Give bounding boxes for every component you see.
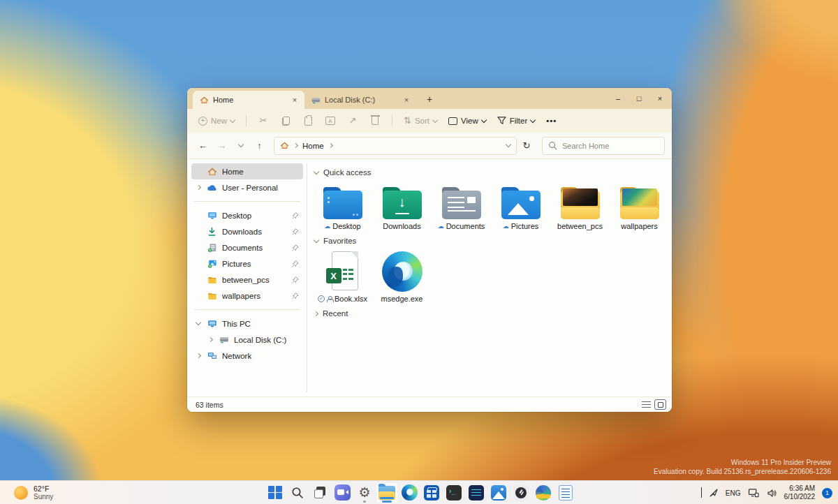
- language-indicator[interactable]: ENG: [726, 489, 741, 497]
- volume-icon[interactable]: [767, 489, 777, 498]
- widgets-weather-button[interactable]: 62°F Sunny: [8, 481, 59, 504]
- new-button[interactable]: + New: [198, 117, 235, 126]
- search-button[interactable]: [286, 482, 309, 503]
- sidebar-item-wallpapers[interactable]: wallpapers: [191, 288, 303, 304]
- sort-button[interactable]: ⇅ Sort: [404, 115, 437, 126]
- expand-chevron-icon[interactable]: [195, 354, 202, 357]
- forward-button[interactable]: →: [213, 137, 230, 154]
- store-button[interactable]: [420, 482, 443, 503]
- task-view-button[interactable]: [309, 482, 331, 503]
- large-icons-view-icon[interactable]: [654, 399, 666, 410]
- file-item-wallpapers[interactable]: wallpapers: [610, 180, 669, 232]
- share-icon[interactable]: ↗: [347, 115, 358, 126]
- edge-button[interactable]: [398, 482, 420, 503]
- chevron-down-icon: [314, 168, 319, 174]
- file-item-pictures[interactable]: ☁Pictures: [491, 180, 550, 232]
- photos-button[interactable]: [487, 482, 510, 503]
- chat-camera-icon: [335, 484, 351, 501]
- see-more-button[interactable]: •••: [546, 117, 557, 125]
- pin-icon: [291, 244, 300, 251]
- shared-person-icon: [327, 296, 332, 302]
- file-explorer-button[interactable]: [376, 482, 398, 503]
- sidebar-item-onedrive-personal[interactable]: User - Personal: [191, 179, 303, 195]
- file-item-between-pcs[interactable]: between_pcs: [550, 180, 610, 232]
- address-dropdown-icon[interactable]: [506, 142, 511, 147]
- weather-condition: Sunny: [34, 493, 53, 501]
- view-icon: [448, 117, 457, 125]
- documents-icon: [206, 243, 218, 253]
- sidebar-item-home[interactable]: Home: [191, 163, 303, 179]
- sidebar-item-this-pc[interactable]: This PC: [191, 316, 303, 332]
- pictures-folder-icon: [501, 187, 541, 219]
- file-item-desktop[interactable]: ☁Desktop: [313, 180, 372, 232]
- desktop-icon: [206, 211, 218, 220]
- collapse-chevron-icon[interactable]: [195, 323, 202, 325]
- settings-button[interactable]: ⚙: [353, 482, 376, 503]
- clock-app-button[interactable]: [510, 482, 532, 503]
- sidebar-item-pictures[interactable]: Pictures: [191, 255, 303, 272]
- pin-icon: [291, 276, 300, 283]
- sidebar-item-local-disk[interactable]: Local Disk (C:): [191, 332, 303, 348]
- delete-icon[interactable]: [369, 115, 381, 126]
- sidebar-item-desktop[interactable]: Desktop: [191, 207, 303, 223]
- notification-badge[interactable]: 1: [822, 488, 832, 498]
- tab-close-icon[interactable]: ×: [289, 94, 300, 105]
- view-button[interactable]: View: [448, 117, 486, 125]
- dev-app-button[interactable]: [465, 482, 487, 503]
- chat-button[interactable]: [331, 482, 353, 503]
- terminal-button[interactable]: [443, 482, 465, 503]
- chevron-down-icon: [432, 117, 438, 122]
- expand-chevron-icon[interactable]: [207, 338, 214, 341]
- folder-icon: [206, 276, 218, 284]
- clock-date[interactable]: 6:36 AM 6/10/2022: [784, 484, 816, 501]
- sidebar-item-documents[interactable]: Documents: [191, 239, 303, 255]
- cut-icon[interactable]: ✂: [258, 115, 269, 126]
- maximize-button[interactable]: □: [628, 88, 649, 108]
- paste-icon[interactable]: [302, 115, 314, 126]
- close-button[interactable]: ×: [649, 88, 670, 108]
- command-bar: + New ✂ A ↗ ⇅ Sort View: [187, 109, 672, 133]
- tab-local-disk[interactable]: Local Disk (C:) ×: [304, 91, 416, 109]
- new-tab-button[interactable]: +: [422, 91, 437, 107]
- folder-with-thumbnail-icon: [560, 187, 601, 219]
- section-quick-access[interactable]: Quick access: [314, 166, 672, 179]
- tab-home[interactable]: Home ×: [193, 91, 304, 109]
- notepad-button[interactable]: [554, 482, 577, 503]
- filter-button[interactable]: Filter: [497, 117, 536, 125]
- section-favorites[interactable]: Favorites: [314, 235, 672, 247]
- folder-with-thumbnail-icon: [619, 187, 660, 219]
- start-button[interactable]: [264, 482, 286, 503]
- tray-time: 6:36 AM: [784, 484, 816, 493]
- copy-icon[interactable]: [280, 115, 291, 126]
- breadcrumb[interactable]: Home: [274, 137, 517, 155]
- details-view-icon[interactable]: [642, 401, 651, 408]
- back-button[interactable]: ←: [194, 137, 212, 154]
- disk-icon: [218, 336, 230, 343]
- recent-locations-button[interactable]: [232, 137, 249, 154]
- search-input[interactable]: [542, 137, 665, 155]
- hidden-icons-button[interactable]: [701, 488, 702, 498]
- rename-icon[interactable]: A: [325, 115, 336, 126]
- pen-arrow-icon[interactable]: [709, 488, 719, 498]
- tab-close-icon[interactable]: ×: [401, 94, 412, 105]
- this-pc-icon: [206, 319, 218, 328]
- sidebar-item-between-pcs[interactable]: between_pcs: [191, 272, 303, 288]
- file-item-downloads[interactable]: ↓ Downloads: [372, 180, 432, 232]
- window-controls: – □ ×: [608, 88, 670, 108]
- section-recent[interactable]: Recent: [314, 307, 672, 320]
- network-icon[interactable]: [748, 488, 760, 498]
- file-item-msedge-exe[interactable]: msedge.exe: [372, 249, 432, 304]
- browser-app-button[interactable]: [532, 482, 554, 503]
- sidebar-item-network[interactable]: Network: [191, 348, 303, 364]
- minimize-button[interactable]: –: [608, 88, 628, 108]
- file-item-book-xlsx[interactable]: X ✓ Book.xlsx: [313, 249, 372, 304]
- refresh-button[interactable]: ↻: [518, 138, 535, 154]
- file-item-documents[interactable]: ☁Documents: [432, 180, 491, 232]
- home-icon: [280, 141, 289, 150]
- up-button[interactable]: ↑: [251, 137, 268, 154]
- breadcrumb-item-home[interactable]: Home: [302, 142, 324, 150]
- address-bar: ← → ↑ Home ↻: [187, 133, 672, 159]
- insider-watermark: Windows 11 Pro Insider Preview Evaluatio…: [654, 458, 831, 476]
- expand-chevron-icon[interactable]: [195, 186, 202, 189]
- sidebar-item-downloads[interactable]: Downloads: [191, 223, 303, 239]
